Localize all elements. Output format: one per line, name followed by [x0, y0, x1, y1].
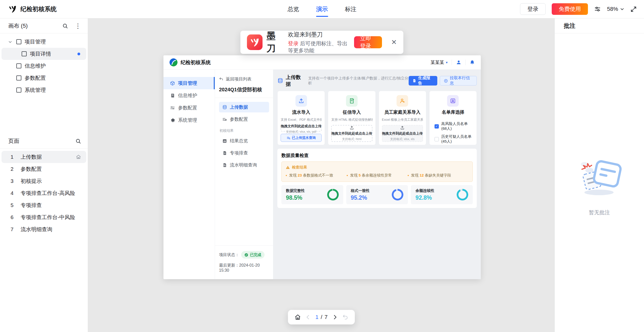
bell-icon[interactable]: [470, 60, 475, 65]
tree-item-project-detail[interactable]: 项目详情: [2, 48, 86, 60]
subnav-item-upload-data[interactable]: 上传数据: [219, 102, 269, 112]
mockup-header: 纪检初核系统 某某某 ▾: [163, 55, 481, 70]
file-dropzone[interactable]: 拖拽文件到此处或点击上传 支持格式: xlsx, xls: [382, 125, 423, 142]
free-use-button[interactable]: 免费使用: [552, 3, 588, 15]
generate-report-button[interactable]: 生成报告: [409, 76, 437, 86]
page-row-upload-data[interactable]: 1 上传数据: [2, 151, 86, 163]
finding-missing-fields: • 发现 12 条缺失关键字段: [408, 173, 468, 178]
bar-chart-icon: [222, 139, 227, 143]
dropzone-text: 拖拽文件到此处或点击上传: [382, 131, 423, 136]
metric-value: 95.2%: [351, 194, 370, 201]
pages-panel-header: 页面: [0, 134, 88, 149]
bullet-icon: •: [286, 173, 287, 178]
metric-balance-continuity: 余额连续性 92.8%: [411, 185, 473, 204]
page-row-special-check-high-risk[interactable]: 4 专项排查工作台-高风险: [2, 187, 86, 199]
bullet-icon: •: [408, 173, 409, 178]
subnav-item-flow-detail-query[interactable]: 流水明细查询: [219, 160, 269, 170]
left-sidebar: 画布 (5) ⋮ 项目管理 项目详情 信息维护: [0, 18, 88, 332]
project-title: 2024Q1信贷部初核: [219, 86, 269, 93]
search-icon[interactable]: [75, 138, 81, 144]
dropzone-formats: 支持格式: xlsx, xls: [390, 137, 415, 141]
page-row-initial-review-hint[interactable]: 3 初核提示: [2, 175, 86, 187]
divider: [215, 98, 273, 98]
checkbox-high-risk-list[interactable]: ✓ 高风险人员名单(68人): [435, 121, 473, 131]
card-credit-import: 征信导入 支持 HTML 格式征信报告解析 拖拽文件到此处或点击上传 支持格式:…: [328, 91, 375, 145]
mockup-secondary-nav: 返回项目列表 2024Q1信贷部初核 上传数据 参数配置: [215, 70, 273, 279]
presentation-pager: 1 / 7: [288, 310, 355, 324]
bank-logo-icon: [169, 58, 178, 66]
page-number: 4: [11, 190, 21, 196]
presentation-canvas: 墨刀 欢迎来到墨刀 登录 后可使用标注、导出等更多功能 立即登录 ✕: [88, 18, 554, 332]
document-icon: [222, 151, 227, 155]
nav-item-system-management[interactable]: 系统管理: [163, 114, 215, 126]
page-number: 6: [11, 214, 21, 220]
tab-present[interactable]: 演示: [315, 0, 329, 18]
chevron-down-icon[interactable]: [7, 40, 13, 44]
subnav-item-special-check[interactable]: 专项排查: [219, 148, 269, 158]
login-button[interactable]: 登录: [520, 3, 546, 15]
checkbox-icon: ✓: [435, 124, 439, 129]
tree-item-info-maintenance[interactable]: 信息维护: [2, 60, 86, 72]
tree-item-label: 参数配置: [25, 74, 46, 81]
mode-tabs: 总览 演示 标注: [286, 0, 358, 18]
dropzone-formats: 支持格式: html: [342, 137, 361, 141]
warning-triangle-icon: [286, 165, 290, 170]
page-number: 3: [11, 178, 21, 184]
zoom-level-value: 58%: [607, 6, 618, 12]
next-page-button[interactable]: [332, 314, 338, 320]
pages-header-label: 页面: [8, 137, 19, 145]
topbar-actions: 登录 免费使用 58%: [520, 3, 637, 15]
page-title: 纪检初核系统: [20, 5, 57, 13]
login-now-button[interactable]: 立即登录: [354, 36, 382, 48]
checkbox-history-suspect-list[interactable]: ✓ 历史可疑人员名单(45人): [435, 134, 473, 144]
login-link[interactable]: 登录: [288, 40, 298, 46]
nav-item-info-maintenance[interactable]: 信息维护: [163, 89, 215, 102]
design-mockup[interactable]: 纪检初核系统 某某某 ▾: [163, 55, 481, 279]
fullscreen-icon[interactable]: [630, 6, 637, 13]
pull-bank-info-button[interactable]: 拉取本行信息: [440, 76, 477, 86]
page-number: 5: [11, 202, 21, 208]
page-indicator: 1 / 7: [315, 314, 328, 320]
settings-sliders-icon[interactable]: [594, 6, 601, 13]
tree-item-system-management[interactable]: 系统管理: [2, 84, 86, 96]
metric-label: 格式一致性: [351, 188, 370, 193]
upload-icon: [295, 95, 307, 107]
back-to-project-list[interactable]: 返回项目列表: [219, 76, 269, 82]
user-dropdown[interactable]: 某某某 ▾: [431, 59, 448, 65]
upload-cards: 流水导入 支持 Excel、PDF 格式文件批量上传 拖拽文件到此处或点击上传 …: [277, 91, 477, 145]
subnav-item-result-overview[interactable]: 结果总览: [219, 136, 269, 146]
tree-item-label: 系统管理: [25, 87, 46, 94]
card-family-relation-import: 员工家庭关系导入 Excel 模板上传员工家庭关系信息 拖拽文件到此处或点击上传…: [379, 91, 426, 145]
nav-item-parameter-config[interactable]: 参数配置: [163, 102, 215, 114]
prev-page-button[interactable]: [305, 314, 311, 320]
home-button[interactable]: [294, 314, 301, 320]
tab-annotate[interactable]: 标注: [344, 0, 358, 18]
zoom-level-dropdown[interactable]: 58%: [607, 6, 624, 12]
page-row-flow-detail-query[interactable]: 7 流水明细查询: [2, 223, 86, 235]
file-dropzone[interactable]: 拖拽文件到此处或点击上传 支持格式: xlsx, xls, pdf: [281, 125, 322, 132]
restart-button[interactable]: [342, 314, 348, 320]
upload-icon: [350, 126, 354, 130]
page-row-parameter-config[interactable]: 2 参数配置: [2, 163, 86, 175]
tab-overview[interactable]: 总览: [286, 0, 301, 18]
user-icon[interactable]: [456, 60, 461, 65]
file-dropzone[interactable]: 拖拽文件到此处或点击上传 支持格式: html: [331, 125, 372, 142]
quality-title: 数据质量检查: [281, 152, 473, 158]
bullet-icon: •: [347, 173, 348, 178]
uploaded-flow-query-button[interactable]: 已上传流水查询: [281, 134, 322, 142]
tree-item-label: 信息维护: [25, 62, 46, 69]
subnav-item-parameter-config[interactable]: 参数配置: [219, 114, 269, 124]
nav-item-project-management[interactable]: 项目管理: [163, 77, 215, 89]
page-row-special-check-mid-risk[interactable]: 6 专项排查工作台-中风险: [2, 211, 86, 223]
sliders-icon: [170, 105, 175, 110]
tree-item-parameter-config[interactable]: 参数配置: [2, 72, 86, 84]
close-icon[interactable]: ✕: [391, 38, 397, 46]
more-options-icon[interactable]: ⋮: [75, 23, 81, 29]
pages-list: 1 上传数据 2 参数配置 3 初核提示 4 专项排查工作台-高风险 5 专项排…: [0, 149, 88, 235]
metric-data-completeness: 数据完整性 98.5%: [281, 185, 343, 204]
tree-item-project-management[interactable]: 项目管理: [2, 36, 86, 48]
search-icon[interactable]: [62, 23, 68, 29]
card-title: 流水导入: [292, 109, 310, 115]
frame-icon: [16, 88, 21, 93]
page-row-special-check[interactable]: 5 专项排查: [2, 199, 86, 211]
